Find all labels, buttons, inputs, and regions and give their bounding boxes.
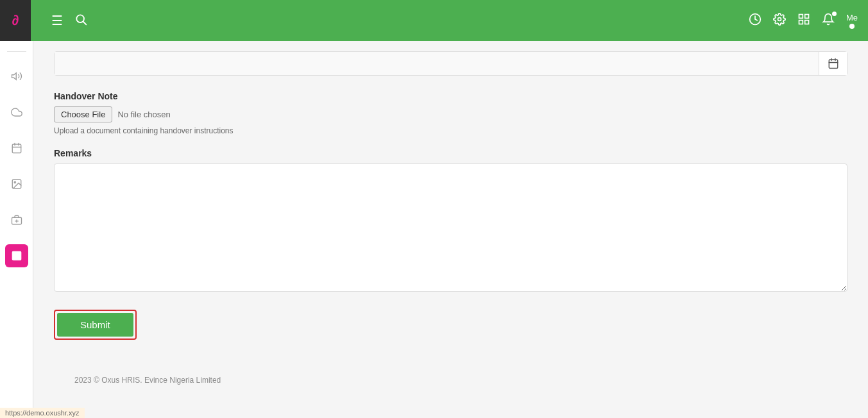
- footer-text: 2023 © Oxus HRIS. Evince Nigeria Limited: [74, 376, 221, 385]
- status-url: https://demo.oxushr.xyz: [5, 409, 80, 417]
- navbar-left-icons: ☰: [51, 13, 87, 29]
- sidebar-item-cloud[interactable]: [5, 101, 28, 124]
- sidebar-item-gallery[interactable]: [5, 172, 28, 196]
- upload-hint: Upload a document containing handover in…: [54, 126, 847, 135]
- sidebar-item-active[interactable]: [5, 244, 28, 267]
- user-dot: [849, 24, 855, 29]
- search-icon[interactable]: [74, 13, 87, 29]
- menu-icon[interactable]: ☰: [51, 13, 63, 28]
- handover-note-label: Handover Note: [54, 91, 847, 101]
- svg-rect-6: [799, 20, 803, 24]
- svg-rect-4: [799, 14, 803, 18]
- sidebar: [0, 41, 33, 418]
- user-label: Me: [846, 13, 858, 22]
- top-input-row: [54, 51, 847, 76]
- svg-marker-8: [12, 73, 16, 80]
- no-file-text: No file chosen: [117, 110, 170, 119]
- status-bar: https://demo.oxushr.xyz: [0, 408, 85, 418]
- svg-line-1: [83, 21, 87, 24]
- app-logo: ∂: [0, 0, 31, 41]
- bell-icon[interactable]: [822, 13, 835, 29]
- svg-rect-5: [805, 14, 809, 18]
- navbar-right-icons: Me: [749, 13, 858, 29]
- calendar-picker-btn[interactable]: [819, 52, 847, 75]
- history-icon[interactable]: [749, 13, 762, 29]
- submit-button[interactable]: Submit: [57, 313, 133, 337]
- svg-rect-18: [12, 251, 21, 260]
- footer: 2023 © Oxus HRIS. Evince Nigeria Limited: [54, 371, 847, 390]
- choose-file-button[interactable]: Choose File: [54, 106, 112, 122]
- svg-rect-19: [829, 60, 838, 69]
- submit-btn-wrapper: Submit: [54, 310, 137, 340]
- content-area: Handover Note Choose File No file chosen…: [33, 41, 868, 418]
- svg-rect-9: [12, 144, 21, 153]
- svg-rect-7: [805, 20, 809, 24]
- svg-point-14: [14, 181, 15, 183]
- main-layout: Handover Note Choose File No file chosen…: [0, 41, 868, 418]
- sidebar-item-calendar[interactable]: [5, 137, 28, 160]
- sidebar-divider-top: [7, 51, 26, 52]
- remarks-section: Remarks: [54, 148, 847, 294]
- file-input-row: Choose File No file chosen: [54, 106, 847, 122]
- settings-icon[interactable]: [773, 13, 786, 29]
- grid-icon[interactable]: [797, 13, 810, 29]
- sidebar-item-announcements[interactable]: [5, 65, 28, 88]
- top-input-field[interactable]: [55, 52, 819, 75]
- handover-note-section: Handover Note Choose File No file chosen…: [54, 91, 847, 135]
- remarks-textarea[interactable]: [54, 163, 847, 292]
- remarks-label: Remarks: [54, 148, 847, 158]
- svg-point-3: [778, 17, 781, 21]
- sidebar-item-briefcase[interactable]: [5, 208, 28, 231]
- navbar: ∂ ☰: [0, 0, 868, 41]
- user-menu[interactable]: Me: [846, 13, 858, 29]
- submit-section: Submit: [54, 310, 847, 340]
